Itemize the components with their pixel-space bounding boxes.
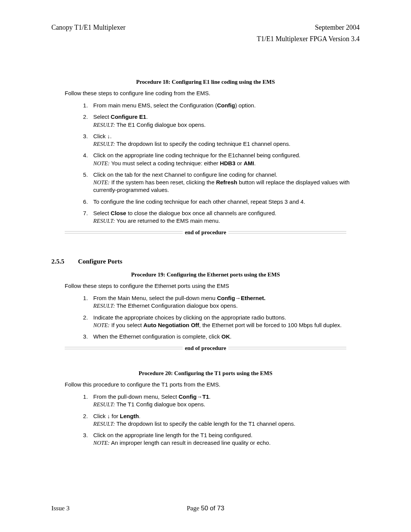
step-text: .	[146, 113, 148, 120]
step-text: Click on the tab for the next Channel to…	[93, 171, 277, 178]
section-heading: 2.5.5 Configure Ports	[51, 257, 360, 266]
header-right: September 2004	[315, 23, 360, 32]
procedure-19-intro: Follow these steps to configure the Ethe…	[65, 282, 360, 290]
result-text: The E1 Config dialogue box opens.	[115, 121, 206, 128]
bold-text: Configure E1	[111, 113, 146, 120]
bold-text: AMI	[244, 160, 254, 166]
step: Click on the appropriate line coding tec…	[89, 152, 360, 167]
step: From main menu EMS, select the Configura…	[89, 102, 360, 109]
procedure-19-title: Procedure 19: Configuring the Ethernet p…	[51, 271, 360, 278]
note-label: NOTE:	[93, 179, 110, 185]
step-text: From the Main Menu, select the pull-down…	[93, 295, 217, 301]
step-text: Click on the appropriate line coding tec…	[93, 152, 301, 158]
step: Click ↓ for Length. RESULT: The dropdown…	[89, 412, 360, 428]
step-text: .	[209, 393, 210, 400]
result-label: RESULT:	[93, 401, 115, 407]
step-text: Click on the appropriate line length for…	[93, 432, 252, 438]
note-text: An improper length can result in decreas…	[110, 439, 271, 446]
step: When the Ethernet configuration is compl…	[89, 333, 360, 340]
divider	[228, 347, 346, 349]
footer-center: Page 50 of 73	[51, 504, 360, 513]
step-text: .	[139, 413, 140, 419]
step: From the Main Menu, select the pull-down…	[89, 294, 360, 310]
note-label: NOTE:	[93, 160, 110, 166]
note-label: NOTE:	[93, 440, 110, 446]
result-text: The dropdown list to specify the cable l…	[115, 420, 295, 427]
procedure-18-title: Procedure 18: Configuring E1 line coding…	[51, 78, 360, 86]
eop-label: end of procedure	[183, 228, 229, 236]
step: Select Configure E1. RESULT: The E1 Conf…	[89, 113, 360, 129]
step: Select Close to close the dialogue box o…	[89, 209, 360, 225]
step-text: Click ↓ for	[93, 413, 120, 419]
step-text: .	[230, 333, 231, 340]
step-text: From the pull-down menu, Select	[93, 393, 178, 400]
step-text: From main menu EMS, select the Configura…	[93, 102, 217, 109]
bold-text: Length	[120, 413, 139, 419]
bold-text: Config→T1	[178, 393, 209, 400]
procedure-20-intro: Follow this procedure to configure the T…	[65, 381, 360, 388]
section-title: Configure Ports	[78, 257, 122, 266]
bold-text: HDB3	[220, 160, 236, 166]
step-text: to close the dialogue box once all chann…	[126, 210, 276, 216]
divider	[228, 231, 346, 233]
step: Click on the appropriate line length for…	[89, 431, 360, 447]
section-number: 2.5.5	[51, 257, 78, 266]
result-label: RESULT:	[93, 421, 115, 427]
step: From the pull-down menu, Select Config→T…	[89, 393, 360, 409]
procedure-18-intro: Follow these steps to configure line cod…	[65, 89, 360, 97]
result-label: RESULT:	[93, 218, 115, 224]
page-header: Canopy T1/E1 Multiplexer September 2004	[51, 23, 360, 32]
step: Click on the tab for the next Channel to…	[89, 171, 360, 194]
bold-text: OK	[221, 333, 230, 340]
divider	[65, 347, 183, 349]
bold-text: Config	[217, 102, 235, 109]
note-label: NOTE:	[93, 322, 110, 328]
note-text: , the Ethernet port will be forced to 10…	[199, 322, 341, 328]
note-text: You must select a coding technique: eith…	[110, 160, 220, 166]
bold-text: Config→Ethernet.	[217, 295, 266, 301]
footer-page-number: 50 of 73	[201, 505, 224, 512]
eop-label: end of procedure	[183, 344, 229, 352]
step-text: When the Ethernet configuration is compl…	[93, 333, 221, 340]
step: Click ↓. RESULT: The dropdown list to sp…	[89, 133, 360, 148]
bold-text: Auto Negotiation Off	[143, 322, 199, 328]
step: To configure the line coding technique f…	[89, 198, 360, 206]
procedure-18-steps: From main menu EMS, select the Configura…	[74, 102, 360, 225]
header-subtitle: T1/E1 Multiplexer FPGA Version 3.4	[51, 34, 360, 43]
step-text: Select	[93, 113, 111, 120]
divider	[65, 231, 183, 233]
end-of-procedure: end of procedure	[65, 228, 346, 236]
procedure-20-steps: From the pull-down menu, Select Config→T…	[74, 393, 360, 447]
header-left: Canopy T1/E1 Multiplexer	[51, 23, 126, 32]
footer-page-label: Page	[187, 505, 201, 512]
note-text: or	[236, 160, 244, 166]
step-text: To configure the line coding technique f…	[93, 198, 305, 205]
note-text: If the system has been reset, clicking t…	[110, 179, 216, 185]
bold-text: Refresh	[216, 179, 237, 185]
result-text: The dropdown list to specify the coding …	[115, 141, 290, 147]
bold-text: Close	[111, 210, 126, 216]
step-text: Indicate the appropriate choices by clic…	[93, 314, 286, 321]
step: Indicate the appropriate choices by clic…	[89, 314, 360, 329]
page-footer: Issue 3 Page 50 of 73	[51, 504, 360, 513]
note-text: .	[254, 160, 256, 166]
result-text: The Ethernet Configuration dialogue box …	[115, 302, 237, 309]
procedure-20-title: Procedure 20: Configuring the T1 ports u…	[51, 369, 360, 377]
step-text: Click ↓.	[93, 133, 112, 139]
note-text: If you select	[110, 322, 143, 328]
result-text: You are returned to the EMS main menu.	[115, 217, 220, 224]
result-label: RESULT:	[93, 303, 115, 309]
result-text: The T1 Config dialogue box opens.	[115, 401, 205, 407]
result-label: RESULT:	[93, 141, 115, 147]
result-label: RESULT:	[93, 122, 115, 128]
procedure-19-steps: From the Main Menu, select the pull-down…	[74, 294, 360, 340]
step-text: Select	[93, 210, 111, 216]
step-text: ) option.	[235, 102, 256, 109]
end-of-procedure: end of procedure	[65, 344, 346, 352]
page: Canopy T1/E1 Multiplexer September 2004 …	[0, 0, 411, 532]
